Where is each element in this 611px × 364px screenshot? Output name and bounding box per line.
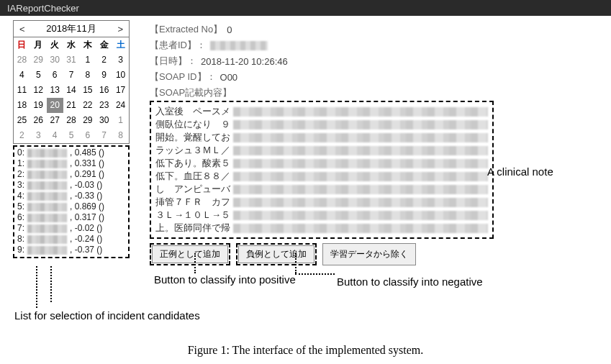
- note-line-redacted: [233, 198, 488, 207]
- calendar-prev-button[interactable]: <: [17, 24, 28, 35]
- note-line: ラッシュ３ＭＬ／: [155, 144, 488, 157]
- calendar-dow: 木: [79, 37, 96, 53]
- note-line: 低下。血圧８８／: [155, 170, 488, 183]
- note-line: 挿管７ＦＲ カフ: [155, 196, 488, 209]
- note-line-redacted: [233, 172, 488, 181]
- calendar-day[interactable]: 9: [96, 68, 112, 83]
- candidate-row[interactable]: 8:, -0.24 (): [16, 234, 127, 245]
- calendar-day[interactable]: 18: [14, 98, 30, 113]
- calendar-day[interactable]: 7: [63, 68, 80, 83]
- note-line-text: 上。医師同伴で帰: [155, 222, 230, 235]
- calendar-day[interactable]: 12: [30, 83, 47, 98]
- calendar-day-selected[interactable]: 20: [47, 98, 63, 113]
- calendar-day[interactable]: 24: [112, 98, 129, 113]
- calendar-day[interactable]: 1: [112, 113, 129, 128]
- calendar-day[interactable]: 4: [14, 68, 30, 83]
- calendar-day[interactable]: 15: [79, 83, 96, 98]
- candidate-index: 1:: [16, 158, 24, 169]
- calendar-day[interactable]: 30: [96, 113, 112, 128]
- note-line-text: 開始。覚醒してお: [155, 131, 230, 144]
- calendar-day[interactable]: 4: [47, 128, 63, 143]
- calendar-dow: 日: [14, 37, 30, 53]
- note-line-redacted: [233, 159, 488, 168]
- calendar-dow: 土: [112, 37, 129, 53]
- candidate-index: 4:: [16, 191, 24, 201]
- calendar-day[interactable]: 16: [96, 83, 112, 98]
- calendar-day[interactable]: 28: [63, 113, 80, 128]
- candidate-score: , -0.33 (): [70, 191, 102, 201]
- candidate-score: , 0.869 (): [70, 201, 104, 212]
- app-name: IAReportChecker: [7, 3, 79, 14]
- calendar-day[interactable]: 7: [96, 128, 112, 143]
- candidate-row[interactable]: 9:, -0.37 (): [16, 245, 127, 255]
- candidate-index: 9:: [16, 245, 24, 255]
- calendar-day[interactable]: 27: [47, 113, 63, 128]
- calendar-day[interactable]: 8: [112, 128, 129, 143]
- calendar-day[interactable]: 29: [79, 113, 96, 128]
- calendar-day[interactable]: 2: [14, 128, 30, 143]
- candidate-row[interactable]: 4:, -0.33 (): [16, 191, 127, 201]
- candidate-score: , -0.03 (): [70, 180, 102, 191]
- figure-caption: Figure 1: The interface of the implement…: [0, 344, 611, 357]
- calendar-day[interactable]: 25: [14, 113, 30, 128]
- calendar-day[interactable]: 23: [96, 98, 112, 113]
- candidate-id-redacted: [27, 181, 67, 190]
- candidate-score: , -0.37 (): [70, 245, 102, 255]
- candidate-id-redacted: [27, 246, 67, 255]
- candidate-id-redacted: [27, 149, 67, 158]
- positive-button-highlight: 正例として追加: [150, 243, 230, 265]
- note-line-text: 側臥位になり ９: [155, 118, 230, 131]
- calendar-day[interactable]: 5: [63, 128, 80, 143]
- calendar-day[interactable]: 28: [14, 53, 30, 68]
- note-line-text: ３Ｌ→１０Ｌ→５: [155, 209, 230, 222]
- note-line-text: 挿管７ＦＲ カフ: [155, 196, 230, 209]
- note-line-redacted: [233, 120, 488, 129]
- candidate-list: 0:, 0.485 ()1:, 0.331 ()2:, 0.291 ()3:, …: [13, 145, 130, 258]
- calendar-day[interactable]: 29: [30, 53, 47, 68]
- calendar-day[interactable]: 30: [47, 53, 63, 68]
- calendar-day[interactable]: 13: [47, 83, 63, 98]
- note-line: 開始。覚醒してお: [155, 131, 488, 144]
- leader-negative-h: [295, 273, 335, 275]
- soap-id-value: O00: [220, 72, 238, 83]
- calendar-day[interactable]: 11: [14, 83, 30, 98]
- add-positive-button[interactable]: 正例として追加: [152, 245, 228, 263]
- calendar-day[interactable]: 3: [112, 53, 129, 68]
- calendar-day[interactable]: 6: [47, 68, 63, 83]
- add-negative-button[interactable]: 負例として追加: [238, 245, 314, 263]
- datetime-label: 【日時】：: [150, 55, 196, 68]
- candidate-index: 3:: [16, 180, 24, 191]
- calendar-day[interactable]: 19: [30, 98, 47, 113]
- calendar-day[interactable]: 31: [63, 53, 80, 68]
- calendar-day[interactable]: 26: [30, 113, 47, 128]
- candidate-index: 6:: [16, 212, 24, 223]
- extracted-no-value: 0: [227, 24, 232, 35]
- candidate-row[interactable]: 2:, 0.291 (): [16, 169, 127, 180]
- candidate-id-redacted: [27, 203, 67, 211]
- calendar-day[interactable]: 3: [30, 128, 47, 143]
- leader-positive: [194, 253, 196, 273]
- calendar-day[interactable]: 1: [79, 53, 96, 68]
- calendar-day[interactable]: 5: [30, 68, 47, 83]
- candidate-row[interactable]: 1:, 0.331 (): [16, 158, 127, 169]
- calendar-day[interactable]: 2: [96, 53, 112, 68]
- note-line: 側臥位になり ９: [155, 118, 488, 131]
- candidate-row[interactable]: 7:, -0.02 (): [16, 223, 127, 234]
- calendar-day[interactable]: 17: [112, 83, 129, 98]
- candidate-row[interactable]: 3:, -0.03 (): [16, 180, 127, 191]
- candidate-row[interactable]: 6:, 0.317 (): [16, 212, 127, 223]
- calendar-dow: 月: [30, 37, 47, 53]
- leader-cand-2: [36, 266, 37, 308]
- candidate-row[interactable]: 0:, 0.485 (): [16, 147, 127, 158]
- calendar-next-button[interactable]: >: [114, 24, 126, 35]
- candidate-row[interactable]: 5:, 0.869 (): [16, 201, 127, 212]
- exclude-button[interactable]: 学習データから除く: [322, 243, 416, 265]
- candidate-id-redacted: [27, 170, 67, 179]
- calendar-day[interactable]: 10: [112, 68, 129, 83]
- calendar-day[interactable]: 14: [63, 83, 80, 98]
- calendar-day[interactable]: 22: [79, 98, 96, 113]
- calendar-day[interactable]: 8: [79, 68, 96, 83]
- calendar-day[interactable]: 21: [63, 98, 80, 113]
- candidate-index: 7:: [16, 223, 24, 234]
- calendar-day[interactable]: 6: [79, 128, 96, 143]
